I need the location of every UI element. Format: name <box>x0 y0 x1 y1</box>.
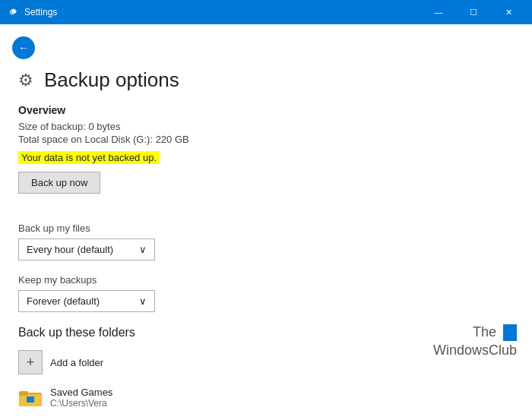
settings-app-icon <box>6 6 18 18</box>
saved-games-icon <box>18 385 43 409</box>
watermark: The WindowsClub <box>433 324 517 359</box>
close-button[interactable]: ✕ <box>491 0 526 24</box>
backup-frequency-label: Back up my files <box>18 223 514 234</box>
add-folder-label: Add a folder <box>50 357 103 368</box>
keep-backups-value: Forever (default) <box>27 295 100 307</box>
backup-size-line: Size of backup: 0 bytes <box>18 121 514 132</box>
backup-frequency-chevron: ∨ <box>139 244 147 255</box>
back-button[interactable]: ← <box>12 36 35 59</box>
backup-frequency-section: Back up my files Every hour (default) ∨ <box>18 223 514 261</box>
page-title: Backup options <box>44 68 179 92</box>
folder-path: C:\Users\Vera <box>50 398 112 409</box>
keep-backups-section: Keep my backups Forever (default) ∨ <box>18 274 514 312</box>
minimize-button[interactable]: — <box>421 0 456 24</box>
page-header: ⚙ Backup options <box>0 65 532 104</box>
keep-backups-chevron: ∨ <box>139 295 147 307</box>
backup-frequency-dropdown[interactable]: Every hour (default) ∨ <box>18 238 155 261</box>
overview-section: Overview Size of backup: 0 bytes Total s… <box>18 104 514 209</box>
overview-title: Overview <box>18 104 514 116</box>
total-space-line: Total space on Local Disk (G:): 220 GB <box>18 134 514 145</box>
keep-backups-label: Keep my backups <box>18 274 514 286</box>
content-area: ← ⚙ Backup options Overview Size of back… <box>0 24 532 420</box>
header-area: ← <box>0 24 532 65</box>
title-bar-controls: — ☐ ✕ <box>421 0 526 24</box>
keep-backups-dropdown[interactable]: Forever (default) ∨ <box>18 290 155 312</box>
folder-info: Saved Games C:\Users\Vera <box>50 387 112 409</box>
maximize-button[interactable]: ☐ <box>456 0 491 24</box>
watermark-line2: WindowsClub <box>433 343 517 358</box>
add-folder-icon: + <box>18 350 43 374</box>
backup-frequency-value: Every hour (default) <box>27 244 113 255</box>
title-bar: Settings — ☐ ✕ <box>0 0 532 24</box>
svg-rect-3 <box>27 396 34 403</box>
title-bar-title: Settings <box>24 7 57 17</box>
watermark-line1: The <box>473 324 496 339</box>
watermark-box <box>503 324 517 341</box>
backup-options-icon: ⚙ <box>18 71 33 90</box>
warning-banner: Your data is not yet backed up. <box>18 151 160 164</box>
title-bar-left: Settings <box>6 6 57 18</box>
main-content: Overview Size of backup: 0 bytes Total s… <box>0 104 532 409</box>
folder-name: Saved Games <box>50 387 112 398</box>
folder-row: Saved Games C:\Users\Vera <box>18 385 514 409</box>
svg-rect-2 <box>19 391 28 396</box>
back-up-now-button[interactable]: Back up now <box>18 172 100 194</box>
